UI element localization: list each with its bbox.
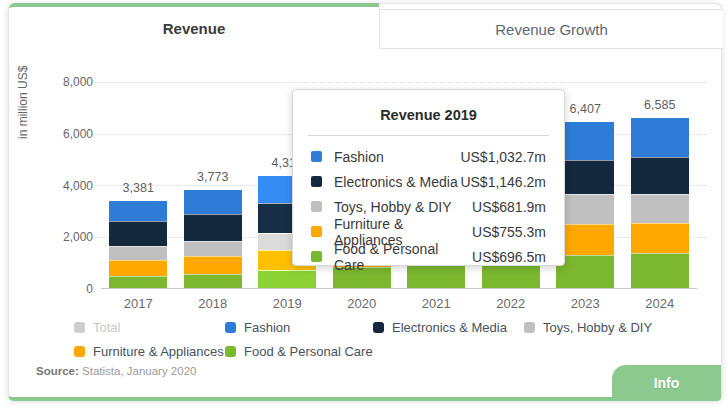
x-tick-2018: 2018 (176, 296, 251, 311)
bar-segment-fashion (184, 190, 242, 213)
legend-item-food-personal-care[interactable]: Food & Personal Care (225, 344, 373, 359)
bar-segment-electronics-media (184, 214, 242, 241)
tab-revenue-growth[interactable]: Revenue Growth (379, 9, 723, 49)
legend-label: Fashion (244, 320, 290, 335)
series-color-swatch (311, 176, 322, 187)
statistic-card: Revenue Revenue Growth in million US$ 8,… (8, 3, 722, 401)
source-text: Statista, January 2020 (79, 365, 197, 377)
x-tick-2020: 2020 (325, 296, 400, 311)
source-note: Source: Statista, January 2020 (36, 365, 196, 377)
info-button[interactable]: Info (612, 365, 721, 401)
tooltip-row-electronics-media: Electronics & Media US$1,146.2m (293, 169, 564, 194)
gridline-8000 (95, 82, 707, 83)
legend-swatch-fashion (225, 322, 236, 333)
legend-item-electronics-media[interactable]: Electronics & Media (373, 320, 524, 335)
tooltip-revenue-2019: Revenue 2019 Fashion US$1,032.7m Electro… (292, 89, 565, 266)
bar-segment-food-personal-care (184, 274, 242, 288)
y-tick: 6,000 (31, 127, 93, 141)
y-tick: 0 (31, 282, 93, 296)
legend-swatch-toys-hobby-diy (524, 322, 535, 333)
x-axis: 20172018201920202021202220232024 (101, 296, 697, 311)
bar-segment-fashion (109, 201, 167, 222)
tab-revenue[interactable]: Revenue (9, 3, 379, 49)
series-color-swatch (311, 226, 322, 237)
bar-segment-furniture-appliances (184, 256, 242, 274)
bar-segment-food-personal-care (258, 270, 316, 288)
legend-item-fashion[interactable]: Fashion (225, 320, 373, 335)
y-tick: 8,000 (31, 75, 93, 89)
series-color-swatch (311, 201, 322, 212)
bar-segment-food-personal-care (631, 253, 689, 288)
tooltip-label: Fashion (334, 149, 384, 165)
legend-swatch-furniture-appliances (74, 346, 85, 357)
legend-swatch-electronics-media (373, 322, 384, 333)
legend-swatch-total (74, 322, 85, 333)
tooltip-label: Toys, Hobby & DIY (334, 199, 452, 215)
bar-2024[interactable] (631, 118, 689, 288)
bar-total-label-2024: 6,585 (623, 98, 698, 112)
bar-segment-toys-hobby-diy (109, 246, 167, 260)
x-tick-2019: 2019 (250, 296, 325, 311)
bar-segment-furniture-appliances (109, 260, 167, 276)
tooltip-value: US$1,146.2m (460, 174, 546, 190)
legend-label: Toys, Hobby & DIY (543, 320, 652, 335)
y-tick: 4,000 (31, 179, 93, 193)
x-tick-2021: 2021 (399, 296, 474, 311)
legend-item-furniture-appliances[interactable]: Furniture & Appliances (74, 344, 225, 359)
tooltip-value: US$1,032.7m (460, 149, 546, 165)
tooltip-value: US$696.5m (472, 249, 546, 265)
bar-2018[interactable] (184, 190, 242, 288)
tooltip-row-fashion: Fashion US$1,032.7m (293, 144, 564, 169)
x-tick-2023: 2023 (548, 296, 623, 311)
legend-label: Total (93, 320, 120, 335)
tooltip-title: Revenue 2019 (293, 107, 564, 123)
tooltip-label: Food & Personal Care (334, 241, 472, 273)
x-tick-2022: 2022 (474, 296, 549, 311)
y-tick: 2,000 (31, 230, 93, 244)
y-axis-title: in million US$ (16, 123, 30, 139)
series-color-swatch (311, 251, 322, 262)
legend-label: Electronics & Media (392, 320, 507, 335)
legend-label: Furniture & Appliances (93, 344, 224, 359)
bar-segment-electronics-media (109, 221, 167, 246)
tab-bar: Revenue Revenue Growth (9, 3, 723, 49)
tooltip-label: Electronics & Media (334, 174, 458, 190)
bar-segment-food-personal-care (109, 276, 167, 288)
bar-segment-electronics-media (631, 157, 689, 193)
legend: Total Fashion Electronics & Media Toys, … (74, 320, 714, 359)
bar-segment-toys-hobby-diy (631, 194, 689, 223)
bar-segment-toys-hobby-diy (184, 241, 242, 256)
bar-total-label-2018: 3,773 (176, 170, 251, 184)
legend-item-toys-hobby-diy[interactable]: Toys, Hobby & DIY (524, 320, 714, 335)
legend-swatch-food-personal-care (225, 346, 236, 357)
x-tick-2017: 2017 (101, 296, 176, 311)
tooltip-row-food-personal-care: Food & Personal Care US$696.5m (293, 244, 564, 269)
source-prefix: Source: (36, 365, 79, 377)
bar-segment-furniture-appliances (631, 223, 689, 253)
bar-total-label-2017: 3,381 (101, 181, 176, 195)
x-tick-2024: 2024 (623, 296, 698, 311)
bar-2017[interactable] (109, 201, 167, 288)
legend-item-total[interactable]: Total (74, 320, 225, 335)
tooltip-divider (308, 135, 549, 136)
tooltip-value: US$755.3m (472, 224, 546, 240)
tooltip-value: US$681.9m (472, 199, 546, 215)
series-color-swatch (311, 151, 322, 162)
bar-segment-fashion (631, 118, 689, 158)
legend-label: Food & Personal Care (244, 344, 373, 359)
